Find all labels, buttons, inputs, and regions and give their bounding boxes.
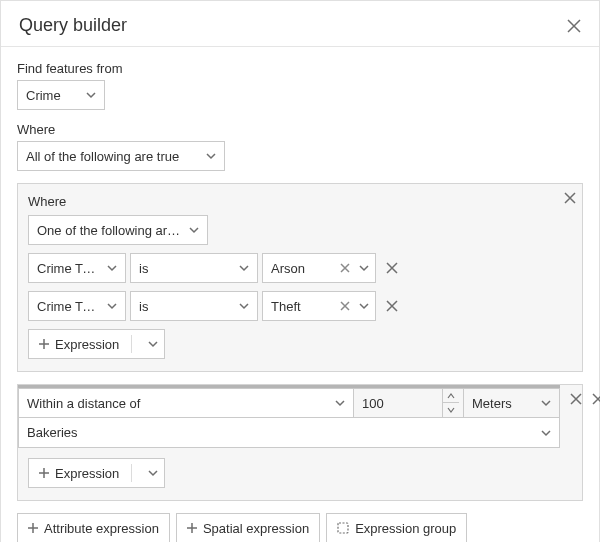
chevron-down-icon — [189, 225, 199, 235]
remove-group-icon[interactable] — [592, 393, 600, 405]
operator-select[interactable]: is — [130, 253, 258, 283]
add-spatial-expression-button[interactable]: Spatial expression — [176, 513, 320, 542]
chevron-down-icon — [335, 398, 345, 408]
chevron-down-icon — [148, 468, 158, 478]
group-operator-value: One of the following are tr… — [37, 223, 183, 238]
spatial-row: Within a distance of Meters — [18, 385, 560, 418]
plus-icon — [39, 468, 49, 478]
expression-group: Where One of the following are tr… Crime… — [17, 183, 583, 372]
spatial-relation-select[interactable]: Within a distance of — [18, 388, 354, 418]
source-layer-select[interactable]: Crime — [17, 80, 105, 110]
source-layer-value: Crime — [26, 88, 61, 103]
criteria-row: Crime Type is Arson — [28, 253, 572, 283]
chevron-down-icon — [107, 301, 117, 311]
find-from-label: Find features from — [17, 61, 583, 76]
field-select[interactable]: Crime Type — [28, 253, 126, 283]
spatial-expression-group: Within a distance of Meters — [17, 384, 583, 501]
group-operator-select[interactable]: One of the following are tr… — [28, 215, 208, 245]
distance-unit-select[interactable]: Meters — [464, 388, 560, 418]
remove-row-icon[interactable] — [386, 262, 398, 274]
dialog-body: Find features from Crime Where All of th… — [1, 47, 599, 542]
plus-icon — [39, 339, 49, 349]
distance-input[interactable] — [362, 396, 422, 411]
distance-input-wrap — [354, 388, 464, 418]
chevron-down-icon — [107, 263, 117, 273]
operator-select[interactable]: is — [130, 291, 258, 321]
add-expression-button[interactable]: Expression — [28, 329, 165, 359]
value-select[interactable]: Arson — [262, 253, 376, 283]
top-operator-select[interactable]: All of the following are true — [17, 141, 225, 171]
criteria-row: Crime Type is Theft — [28, 291, 572, 321]
chevron-down-icon — [359, 301, 369, 311]
remove-row-icon[interactable] — [570, 393, 582, 405]
dialog-header: Query builder — [1, 1, 599, 47]
spatial-layer-select[interactable]: Bakeries — [18, 418, 560, 448]
remove-group-icon[interactable] — [564, 192, 576, 204]
close-icon[interactable] — [567, 19, 581, 33]
query-builder-dialog: Query builder Find features from Crime W… — [0, 0, 600, 542]
step-down-button[interactable] — [443, 403, 459, 417]
chevron-down-icon — [541, 398, 551, 408]
expression-toolbar: Attribute expression Spatial expression … — [17, 513, 583, 542]
chevron-down-icon — [541, 428, 551, 438]
group-icon — [337, 522, 349, 534]
distance-stepper — [442, 389, 459, 417]
remove-row-icon[interactable] — [386, 300, 398, 312]
clear-value-icon[interactable] — [337, 298, 353, 314]
field-select[interactable]: Crime Type — [28, 291, 126, 321]
where-label: Where — [17, 122, 583, 137]
svg-rect-0 — [338, 523, 348, 533]
value-select[interactable]: Theft — [262, 291, 376, 321]
chevron-down-icon — [86, 90, 96, 100]
chevron-down-icon — [359, 263, 369, 273]
plus-icon — [28, 523, 38, 533]
dialog-title: Query builder — [19, 15, 127, 36]
add-expression-group-button[interactable]: Expression group — [326, 513, 467, 542]
chevron-down-icon — [206, 151, 216, 161]
chevron-down-icon — [239, 301, 249, 311]
group-where-label: Where — [28, 194, 572, 209]
step-up-button[interactable] — [443, 389, 459, 403]
chevron-down-icon — [239, 263, 249, 273]
chevron-down-icon — [148, 339, 158, 349]
add-attribute-expression-button[interactable]: Attribute expression — [17, 513, 170, 542]
top-operator-value: All of the following are true — [26, 149, 179, 164]
clear-value-icon[interactable] — [337, 260, 353, 276]
add-expression-button[interactable]: Expression — [28, 458, 165, 488]
plus-icon — [187, 523, 197, 533]
